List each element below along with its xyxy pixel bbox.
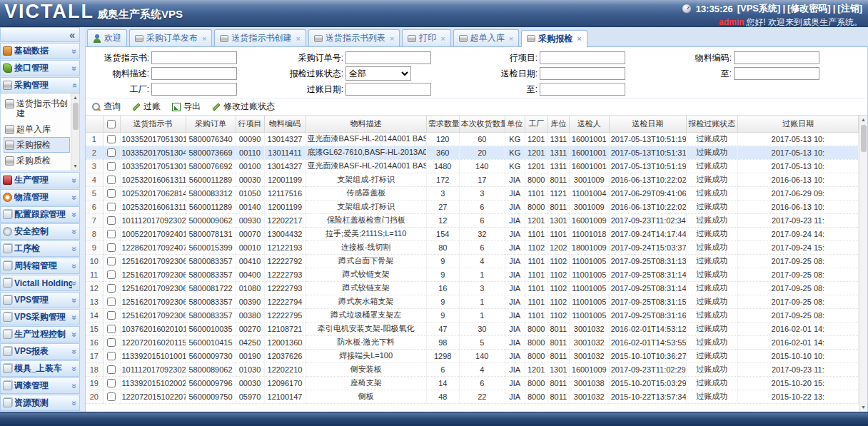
sidebar-group-production-process-control[interactable]: 生产过程控制»: [0, 326, 80, 343]
close-icon[interactable]: ×: [509, 34, 513, 43]
table-row[interactable]: 410253201606131156000112890003012001199支…: [86, 173, 859, 186]
table-row[interactable]: 1212516201709230658000817220108012222793…: [86, 281, 859, 295]
posting-date-to-input[interactable]: [540, 83, 625, 96]
table-row[interactable]: 1112516201709230658000833570040012222793…: [86, 268, 859, 281]
tab-print[interactable]: 打印×: [402, 29, 450, 46]
close-icon[interactable]: ×: [440, 34, 445, 43]
close-icon[interactable]: ×: [577, 34, 581, 43]
sidebar-collapse-button[interactable]: «: [0, 27, 80, 42]
column-header-6[interactable]: 本次收货数量: [459, 116, 505, 132]
column-header-7[interactable]: 单位: [505, 116, 525, 132]
row-checkbox[interactable]: [107, 257, 116, 265]
scrollbar-thumb[interactable]: [73, 103, 79, 130]
row-checkbox[interactable]: [107, 270, 116, 279]
purchase-order-no-input[interactable]: [345, 51, 431, 64]
sidebar-group-purchase-mgmt[interactable]: 采购管理»: [0, 77, 80, 93]
column-header-9[interactable]: 库位: [547, 116, 569, 132]
sidebar-group-config-track-mgmt[interactable]: 配置跟踪管理»: [0, 206, 80, 223]
sidebar-item-over-order-inbound[interactable]: 超单入库: [4, 121, 70, 137]
scroll-up-icon[interactable]: ▲: [861, 116, 866, 124]
table-row[interactable]: 1711339201510100156000097300019012037626…: [86, 349, 859, 362]
sidebar-group-base-data[interactable]: 基础数据»: [0, 43, 80, 59]
sidebar-group-mold-loading[interactable]: 模具_上装车»: [0, 360, 80, 377]
table-row[interactable]: 1810111201709230258000890620103012202210…: [86, 362, 859, 376]
query-button[interactable]: 查询: [91, 101, 121, 113]
tab-purchase-order-publish[interactable]: 采购订单发布×: [129, 29, 212, 46]
tab-over-order-inbound[interactable]: 超单入库×: [453, 29, 519, 46]
column-header-0[interactable]: 送货指示书: [120, 116, 186, 132]
table-row[interactable]: 210335201705130458000736690011013011411底…: [86, 146, 859, 159]
posting-status-select[interactable]: 全部: [345, 66, 411, 81]
close-icon[interactable]: ×: [390, 34, 394, 43]
sidebar-item-delivery-instruction-create[interactable]: 送货指示书创建: [4, 96, 70, 121]
row-checkbox[interactable]: [107, 298, 116, 306]
column-header-2[interactable]: 行项目: [236, 116, 264, 132]
row-checkbox[interactable]: [107, 352, 116, 360]
table-row[interactable]: 1612207201602011556000104150425012001360…: [86, 335, 859, 349]
table-row[interactable]: 110335201705130158000763400009013014327亚…: [86, 132, 859, 146]
select-all-checkbox[interactable]: [107, 120, 116, 128]
sidebar-group-victall-holding[interactable]: Victall Holding»: [0, 275, 80, 291]
column-header-3[interactable]: 物料编码: [264, 116, 306, 132]
tab-delivery-instruction-list[interactable]: 送货指示书列表×: [308, 29, 400, 46]
sidebar-group-turnover-box-mgmt[interactable]: 周转箱管理»: [0, 258, 80, 274]
row-checkbox[interactable]: [107, 189, 116, 198]
column-header-5[interactable]: 需求数量: [426, 116, 459, 132]
sidebar-item-purchase-quality-check[interactable]: 采购质检: [4, 153, 70, 168]
sidebar-group-paint-mgmt[interactable]: 调漆管理»: [0, 377, 80, 394]
row-checkbox[interactable]: [107, 325, 116, 333]
row-checkbox[interactable]: [107, 216, 116, 225]
row-checkbox[interactable]: [107, 203, 116, 211]
row-checkbox[interactable]: [107, 243, 116, 252]
table-row[interactable]: 1012516201709230658000833570041012222792…: [86, 254, 859, 268]
sidebar-group-resource-forecast[interactable]: 资源预测»: [0, 395, 80, 411]
table-row[interactable]: 1911339201510200256000097960003012096170…: [86, 376, 859, 390]
scroll-down-icon[interactable]: ▼: [861, 403, 866, 412]
sidebar-group-vps-report[interactable]: VPS报表»: [0, 343, 80, 360]
delivery-instruction-input[interactable]: [151, 51, 237, 64]
tab-purchase-inspection[interactable]: 采购报检×: [521, 30, 587, 47]
row-checkbox[interactable]: [107, 135, 116, 143]
header-link[interactable]: [修改密码]: [787, 3, 831, 14]
material-desc-input[interactable]: [151, 67, 237, 80]
sidebar-group-security-control[interactable]: 安全控制»: [0, 223, 80, 240]
sidebar-item-purchase-inspection[interactable]: 采购报检: [4, 137, 70, 153]
select-all-header[interactable]: [103, 116, 120, 132]
submenu-scrollbar[interactable]: ▲▼: [71, 93, 79, 171]
post-button[interactable]: 过账: [132, 101, 161, 113]
column-header-11[interactable]: 送检日期: [609, 116, 686, 132]
header-link[interactable]: [注销]: [837, 3, 862, 14]
table-row[interactable]: 710111201709230250000090620093012202217保…: [86, 213, 859, 227]
tab-delivery-instruction-create[interactable]: 送货指示书创建×: [214, 29, 306, 46]
row-checkbox[interactable]: [107, 230, 116, 238]
row-checkbox[interactable]: [107, 162, 116, 171]
sidebar-group-vps-mgmt[interactable]: VPS管理»: [0, 292, 80, 308]
table-scrollbar[interactable]: ▲ ▼: [859, 116, 867, 412]
column-header-10[interactable]: 送检人: [569, 116, 609, 132]
column-header-12[interactable]: 报检过账状态: [686, 116, 737, 132]
table-row[interactable]: 610253201606131156000112890014012001199支…: [86, 200, 859, 213]
row-checkbox[interactable]: [107, 148, 116, 157]
row-checkbox[interactable]: [107, 365, 116, 374]
posting-date-from-input[interactable]: [345, 83, 431, 96]
table-row[interactable]: 1412516201709230658000833570038012222795…: [86, 308, 859, 322]
export-button[interactable]: 导出: [172, 101, 201, 113]
table-row[interactable]: 912286201709240756000153990001012122193连…: [86, 240, 859, 254]
table-row[interactable]: 810052201709240158000781310007013004432拉…: [86, 227, 859, 240]
modify-posting-status-button[interactable]: 修改过账状态: [212, 101, 275, 113]
close-icon[interactable]: ×: [202, 34, 206, 43]
row-checkbox[interactable]: [107, 392, 116, 401]
row-checkbox[interactable]: [107, 284, 116, 293]
scroll-down-icon[interactable]: ▼: [73, 162, 78, 171]
table-row[interactable]: 510253201706281458000833120105012117516传…: [86, 186, 859, 200]
row-checkbox[interactable]: [107, 176, 116, 184]
inspection-date-to-input[interactable]: [734, 67, 819, 80]
table-row[interactable]: 2012207201510220756000097500597012100147…: [86, 390, 859, 403]
material-code-input[interactable]: [734, 51, 819, 64]
scrollbar-thumb[interactable]: [861, 125, 867, 152]
row-checkbox[interactable]: [107, 338, 116, 347]
table-row[interactable]: 1510376201602010156000100350027012108721…: [86, 322, 859, 335]
column-header-4[interactable]: 物料描述: [306, 116, 426, 132]
sidebar-group-process-inspection[interactable]: 工序检»: [0, 240, 80, 257]
close-icon[interactable]: ×: [296, 34, 300, 43]
